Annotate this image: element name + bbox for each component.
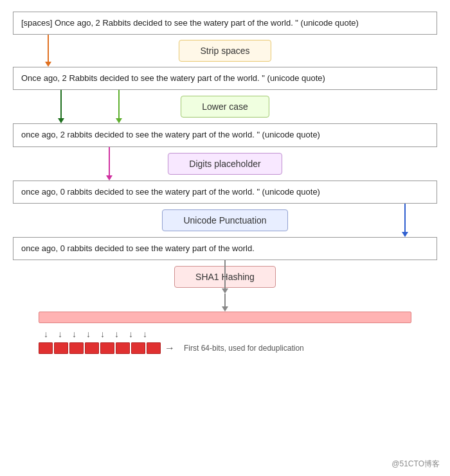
hash-cell-1 xyxy=(39,342,53,354)
right-arrow-icon: → xyxy=(165,342,175,354)
arrow-after-input xyxy=(13,35,437,67)
hash-cell-2 xyxy=(54,342,68,354)
svg-marker-9 xyxy=(402,232,408,237)
svg-marker-1 xyxy=(45,62,51,67)
svg-marker-3 xyxy=(58,118,64,123)
input-text: [spaces] Once ago, 2 Rabbits decided to … xyxy=(21,18,359,28)
svg-text:↓: ↓ xyxy=(129,329,133,339)
svg-marker-5 xyxy=(116,118,122,123)
after-strip-text-box: Once ago, 2 Rabbits decided to see the w… xyxy=(13,67,437,90)
hash-down-arrows: ↓ ↓ ↓ ↓ ↓ ↓ ↓ ↓ xyxy=(39,326,411,340)
hash-cell-3 xyxy=(69,342,84,354)
arrow-after-lower xyxy=(13,147,437,181)
arrow-to-hash xyxy=(13,294,437,312)
arrow-after-digits xyxy=(13,204,437,237)
after-digits-text: once ago, 0 rabbits decided to see the w… xyxy=(21,187,320,197)
arrow-after-unicode xyxy=(13,260,437,294)
input-text-box: [spaces] Once ago, 2 Rabbits decided to … xyxy=(13,12,437,35)
svg-marker-7 xyxy=(106,175,113,181)
watermark: @51CTO博客 xyxy=(392,459,440,470)
svg-text:↓: ↓ xyxy=(100,329,105,339)
after-digits-text-box: once ago, 0 rabbits decided to see the w… xyxy=(13,181,437,204)
arrow-after-strip xyxy=(13,90,437,123)
hash-full-bar-container xyxy=(39,312,411,326)
hash-short-row: → First 64-bits, used for deduplication xyxy=(39,342,411,354)
svg-text:↓: ↓ xyxy=(143,329,147,339)
svg-text:↓: ↓ xyxy=(58,329,62,339)
svg-text:↓: ↓ xyxy=(114,329,119,339)
hash-arrows-row: ↓ ↓ ↓ ↓ ↓ ↓ ↓ ↓ xyxy=(39,326,411,340)
svg-marker-11 xyxy=(222,288,228,294)
svg-marker-13 xyxy=(222,306,228,312)
hash-cell-8 xyxy=(147,342,161,354)
after-unicode-text-box: once ago, 0 rabbits decided to see the w… xyxy=(13,237,437,260)
hash-cell-5 xyxy=(100,342,114,354)
after-unicode-text: once ago, 0 rabbits decided to see the w… xyxy=(21,243,255,253)
svg-text:↓: ↓ xyxy=(44,329,48,339)
after-lower-text: once ago, 2 rabbits decided to see the w… xyxy=(21,130,320,139)
dedup-label: First 64-bits, used for deduplication xyxy=(184,344,304,353)
after-lower-text-box: once ago, 2 rabbits decided to see the w… xyxy=(13,123,437,146)
hash-full-bar xyxy=(39,312,411,323)
hash-cell-4 xyxy=(85,342,99,354)
hash-short-bar xyxy=(39,342,161,354)
hash-cell-6 xyxy=(116,342,130,354)
svg-text:↓: ↓ xyxy=(72,329,76,339)
hash-cell-7 xyxy=(131,342,145,354)
svg-text:↓: ↓ xyxy=(86,329,91,339)
after-strip-text: Once ago, 2 Rabbits decided to see the w… xyxy=(21,73,325,83)
